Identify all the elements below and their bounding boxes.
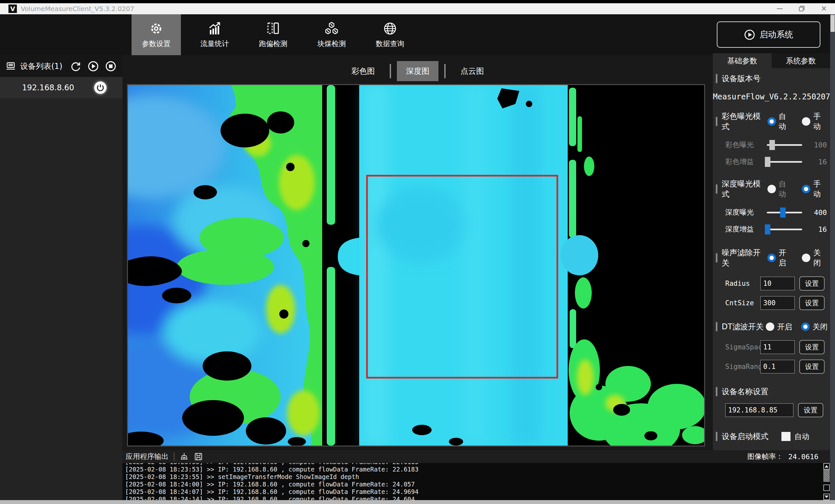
restore-button[interactable] (791, 3, 813, 14)
radius-row: Radius 设置 (713, 276, 830, 291)
slider-handle[interactable] (780, 207, 786, 218)
radio-label: 开启 (777, 322, 792, 332)
tab-system-params[interactable]: 系统参数 (772, 53, 831, 68)
app-logo: V (8, 4, 17, 13)
nav-deviation-detect[interactable]: 跑偏检测 (248, 14, 298, 55)
log-scroll-track-button[interactable] (823, 485, 830, 491)
section-title: 彩色曝光模式 (722, 111, 768, 132)
slider-handle[interactable] (769, 140, 775, 150)
accent-bar (716, 74, 717, 83)
sigmaspace-input[interactable] (760, 340, 795, 354)
nav-coal-detect[interactable]: 块煤检测 (307, 14, 356, 55)
radio-label: 自动 (779, 179, 793, 199)
log-scrollbar[interactable] (823, 463, 830, 500)
minimize-button[interactable] (769, 3, 791, 14)
color-exposure-manual-radio[interactable]: 手动 (802, 112, 828, 132)
minimize-icon (777, 8, 783, 9)
parameter-panel: 基础参数 系统参数 设备版本号 MeasureFlow_V6.2.2.25020… (713, 53, 830, 450)
section-title: 设备名称设置 (722, 386, 769, 397)
arrow-down-icon (824, 496, 829, 498)
log-scroll-down-button[interactable] (823, 493, 830, 500)
color-exposure-slider[interactable] (767, 144, 802, 146)
slider-handle[interactable] (765, 224, 770, 235)
device-name-set-button[interactable]: 设置 (798, 403, 823, 417)
radius-label: Radius (725, 280, 760, 287)
tab-separator (444, 64, 446, 78)
clear-log-icon[interactable] (180, 452, 189, 461)
device-name-input[interactable] (725, 403, 793, 417)
start-system-button[interactable]: 启动系统 (717, 21, 820, 48)
sigmaspace-set-button[interactable]: 设置 (799, 340, 824, 354)
frame-rate-value: 24.0616 (788, 453, 818, 461)
start-mode-checkbox[interactable] (781, 432, 791, 441)
window-scrollbar-thumb[interactable] (831, 15, 835, 32)
depth-exposure-slider[interactable] (767, 212, 802, 213)
main-toolbar: 参数设置 流量统计 跑偏检测 块煤检测 (0, 14, 835, 55)
slider-label: 彩色曝光 (725, 140, 761, 150)
nav-data-query[interactable]: 数据查询 (365, 14, 415, 55)
radius-set-button[interactable]: 设置 (799, 276, 824, 291)
slider-handle[interactable] (765, 157, 770, 167)
radius-input[interactable] (760, 277, 795, 290)
depth-exposure-manual-radio[interactable]: 手动 (802, 179, 828, 199)
radio-selected-icon (768, 117, 776, 126)
dt-filter-section: DT滤波开关 开启 关闭 (713, 322, 830, 332)
accent-bar (716, 322, 717, 331)
cntsize-set-button[interactable]: 设置 (799, 296, 824, 310)
color-exposure-slider-row: 彩色曝光 100 (713, 140, 830, 150)
tab-pointcloud-image[interactable]: 点云图 (451, 61, 493, 81)
device-row[interactable]: 192.168.8.60 (0, 77, 122, 98)
globe-icon (382, 21, 398, 36)
device-list-title: 设备列表(1) (20, 61, 62, 72)
slider-value: 16 (808, 158, 827, 166)
play-circle-icon (744, 29, 755, 40)
nav-label: 流量统计 (200, 39, 229, 49)
close-button[interactable]: ✕ (813, 3, 835, 14)
depth-exposure-auto-radio[interactable]: 自动 (768, 179, 793, 199)
depth-image (128, 85, 704, 446)
radio-label: 开启 (779, 248, 793, 268)
depth-image-view (127, 84, 705, 446)
refresh-icon[interactable] (70, 60, 82, 72)
save-log-icon[interactable] (194, 452, 203, 461)
radio-unselected-icon (768, 185, 776, 193)
sigmarange-set-button[interactable]: 设置 (799, 360, 824, 374)
section-title: 设备版本号 (722, 74, 761, 84)
log-title: 应用程序输出 (126, 452, 168, 461)
start-mode-section: 设备启动模式 自动 (713, 431, 830, 442)
tab-separator (390, 64, 391, 78)
cntsize-input[interactable] (760, 296, 795, 310)
nav-param-settings[interactable]: 参数设置 (131, 14, 181, 55)
log-scrollbar-thumb[interactable] (823, 469, 830, 482)
depth-gain-slider[interactable] (767, 229, 802, 230)
noise-filter-off-radio[interactable]: 关闭 (802, 248, 828, 268)
tab-depth-image[interactable]: 深度图 (397, 61, 439, 81)
accent-bar (716, 387, 717, 396)
window-vertical-scrollbar[interactable] (830, 14, 835, 500)
color-gain-slider[interactable] (767, 161, 802, 163)
nav-flow-statistics[interactable]: 流量统计 (190, 14, 239, 55)
device-name-row: 设置 (713, 403, 830, 418)
slider-label: 深度曝光 (725, 207, 761, 217)
noise-filter-on-radio[interactable]: 开启 (768, 248, 793, 268)
dt-filter-on-radio[interactable]: 开启 (766, 322, 792, 332)
stop-all-icon[interactable] (105, 60, 117, 72)
depth-exposure-slider-row: 深度曝光 400 (713, 207, 830, 218)
nav-label: 参数设置 (142, 39, 170, 49)
view-tab-bar: 彩色图 深度图 点云图 (122, 61, 713, 81)
device-power-button[interactable] (94, 81, 106, 94)
play-all-icon[interactable] (87, 60, 99, 72)
dt-filter-off-radio[interactable]: 关闭 (801, 322, 828, 332)
device-list-icon (6, 61, 16, 71)
log-scroll-up-button[interactable] (823, 463, 830, 469)
gear-icon (148, 21, 164, 36)
tab-color-image[interactable]: 彩色图 (342, 61, 384, 81)
tab-basic-params[interactable]: 基础参数 (713, 53, 772, 68)
sigmarange-label: SigmaRange (725, 363, 760, 370)
color-exposure-auto-radio[interactable]: 自动 (768, 112, 793, 132)
device-sidebar: 设备列表(1) 192.168.8.60 (0, 55, 122, 500)
sigmaspace-label: SigmaSpace (725, 343, 760, 351)
radio-label: 手动 (813, 112, 828, 132)
log-output[interactable]: [2025-02-08 18:23:53] >> IP: 192.168.8.6… (122, 463, 823, 500)
sigmarange-input[interactable] (760, 360, 795, 374)
